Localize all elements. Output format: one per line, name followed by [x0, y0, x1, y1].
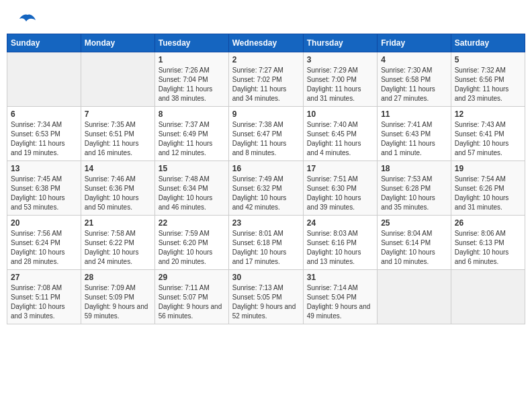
day-number: 14 [85, 164, 151, 173]
calendar-week-3: 20Sunrise: 7:56 AMSunset: 6:24 PMDayligh… [7, 216, 525, 270]
day-number: 2 [232, 55, 300, 64]
calendar-cell: 16Sunrise: 7:49 AMSunset: 6:32 PMDayligh… [228, 161, 303, 216]
day-number: 9 [232, 109, 300, 119]
day-number: 25 [381, 218, 447, 228]
cell-info: Sunrise: 8:03 AMSunset: 6:16 PMDaylight:… [307, 229, 373, 267]
day-number: 18 [381, 164, 447, 173]
day-number: 23 [232, 218, 300, 228]
cell-info: Sunrise: 7:13 AMSunset: 5:05 PMDaylight:… [232, 283, 300, 321]
cell-info: Sunrise: 8:01 AMSunset: 6:18 PMDaylight:… [232, 229, 300, 267]
calendar-cell: 1Sunrise: 7:26 AMSunset: 7:04 PMDaylight… [154, 52, 228, 107]
day-number: 19 [455, 164, 521, 173]
weekday-header-sunday: Sunday [7, 34, 81, 52]
calendar-week-1: 6Sunrise: 7:34 AMSunset: 6:53 PMDaylight… [7, 107, 525, 161]
calendar-cell: 7Sunrise: 7:35 AMSunset: 6:51 PMDaylight… [81, 107, 154, 161]
day-number: 26 [455, 218, 521, 228]
cell-info: Sunrise: 7:43 AMSunset: 6:41 PMDaylight:… [455, 120, 521, 158]
day-number: 7 [85, 109, 151, 119]
day-number: 17 [307, 164, 373, 173]
calendar-cell: 27Sunrise: 7:08 AMSunset: 5:11 PMDayligh… [7, 270, 81, 324]
page-header [7, 7, 525, 30]
weekday-header-thursday: Thursday [303, 34, 377, 52]
day-number: 21 [85, 218, 151, 228]
calendar-cell: 19Sunrise: 7:54 AMSunset: 6:26 PMDayligh… [451, 161, 525, 216]
calendar-header: SundayMondayTuesdayWednesdayThursdayFrid… [7, 34, 525, 52]
day-number: 27 [11, 273, 77, 282]
calendar-cell: 31Sunrise: 7:14 AMSunset: 5:04 PMDayligh… [303, 270, 377, 324]
calendar-cell: 17Sunrise: 7:51 AMSunset: 6:30 PMDayligh… [303, 161, 377, 216]
day-number: 24 [307, 218, 373, 228]
calendar-cell: 9Sunrise: 7:38 AMSunset: 6:47 PMDaylight… [228, 107, 303, 161]
cell-info: Sunrise: 7:32 AMSunset: 6:56 PMDaylight:… [455, 66, 521, 103]
cell-info: Sunrise: 7:53 AMSunset: 6:28 PMDaylight:… [381, 175, 447, 212]
cell-info: Sunrise: 7:56 AMSunset: 6:24 PMDaylight:… [11, 229, 77, 267]
cell-info: Sunrise: 8:06 AMSunset: 6:13 PMDaylight:… [455, 229, 521, 267]
day-number: 8 [159, 109, 225, 119]
cell-info: Sunrise: 7:34 AMSunset: 6:53 PMDaylight:… [11, 120, 77, 158]
day-number: 13 [11, 164, 77, 173]
cell-info: Sunrise: 7:29 AMSunset: 7:00 PMDaylight:… [307, 66, 373, 103]
weekday-header-monday: Monday [81, 34, 154, 52]
cell-info: Sunrise: 7:45 AMSunset: 6:38 PMDaylight:… [11, 175, 77, 212]
calendar-cell: 11Sunrise: 7:41 AMSunset: 6:43 PMDayligh… [378, 107, 451, 161]
cell-info: Sunrise: 7:30 AMSunset: 6:58 PMDaylight:… [381, 66, 447, 103]
calendar-cell: 24Sunrise: 8:03 AMSunset: 6:16 PMDayligh… [303, 216, 377, 270]
day-number: 3 [307, 55, 373, 64]
cell-info: Sunrise: 7:27 AMSunset: 7:02 PMDaylight:… [232, 66, 300, 103]
cell-info: Sunrise: 7:14 AMSunset: 5:04 PMDaylight:… [307, 283, 373, 321]
day-number: 6 [11, 109, 77, 119]
logo [17, 13, 37, 27]
weekday-header-friday: Friday [378, 34, 451, 52]
weekday-header-saturday: Saturday [451, 34, 525, 52]
cell-info: Sunrise: 7:48 AMSunset: 6:34 PMDaylight:… [159, 175, 225, 212]
cell-info: Sunrise: 7:40 AMSunset: 6:45 PMDaylight:… [307, 120, 373, 158]
weekday-header-tuesday: Tuesday [154, 34, 228, 52]
day-number: 20 [11, 218, 77, 228]
cell-info: Sunrise: 7:38 AMSunset: 6:47 PMDaylight:… [232, 120, 300, 158]
cell-info: Sunrise: 7:58 AMSunset: 6:22 PMDaylight:… [85, 229, 151, 267]
cell-info: Sunrise: 7:37 AMSunset: 6:49 PMDaylight:… [159, 120, 225, 158]
calendar-cell: 18Sunrise: 7:53 AMSunset: 6:28 PMDayligh… [378, 161, 451, 216]
cell-info: Sunrise: 7:59 AMSunset: 6:20 PMDaylight:… [159, 229, 225, 267]
calendar-cell: 21Sunrise: 7:58 AMSunset: 6:22 PMDayligh… [81, 216, 154, 270]
cell-info: Sunrise: 8:04 AMSunset: 6:14 PMDaylight:… [381, 229, 447, 267]
calendar-cell [378, 270, 451, 324]
day-number: 22 [159, 218, 225, 228]
cell-info: Sunrise: 7:26 AMSunset: 7:04 PMDaylight:… [159, 66, 225, 103]
calendar-cell [451, 270, 525, 324]
cell-info: Sunrise: 7:11 AMSunset: 5:07 PMDaylight:… [159, 283, 225, 321]
cell-info: Sunrise: 7:46 AMSunset: 6:36 PMDaylight:… [85, 175, 151, 212]
calendar-cell: 5Sunrise: 7:32 AMSunset: 6:56 PMDaylight… [451, 52, 525, 107]
day-number: 1 [159, 55, 225, 64]
calendar-cell: 23Sunrise: 8:01 AMSunset: 6:18 PMDayligh… [228, 216, 303, 270]
day-number: 12 [455, 109, 521, 119]
day-number: 15 [159, 164, 225, 173]
calendar-cell: 8Sunrise: 7:37 AMSunset: 6:49 PMDaylight… [154, 107, 228, 161]
calendar-cell: 12Sunrise: 7:43 AMSunset: 6:41 PMDayligh… [451, 107, 525, 161]
cell-info: Sunrise: 7:35 AMSunset: 6:51 PMDaylight:… [85, 120, 151, 158]
logo-bird-icon [19, 13, 36, 27]
calendar-cell: 26Sunrise: 8:06 AMSunset: 6:13 PMDayligh… [451, 216, 525, 270]
cell-info: Sunrise: 7:09 AMSunset: 5:09 PMDaylight:… [85, 283, 151, 321]
calendar-table: SundayMondayTuesdayWednesdayThursdayFrid… [7, 34, 525, 324]
calendar-week-2: 13Sunrise: 7:45 AMSunset: 6:38 PMDayligh… [7, 161, 525, 216]
day-number: 30 [232, 273, 300, 282]
calendar-cell: 20Sunrise: 7:56 AMSunset: 6:24 PMDayligh… [7, 216, 81, 270]
weekday-header-wednesday: Wednesday [228, 34, 303, 52]
calendar-cell: 30Sunrise: 7:13 AMSunset: 5:05 PMDayligh… [228, 270, 303, 324]
day-number: 11 [381, 109, 447, 119]
calendar-week-4: 27Sunrise: 7:08 AMSunset: 5:11 PMDayligh… [7, 270, 525, 324]
day-number: 29 [159, 273, 225, 282]
calendar-cell: 2Sunrise: 7:27 AMSunset: 7:02 PMDaylight… [228, 52, 303, 107]
calendar-cell: 13Sunrise: 7:45 AMSunset: 6:38 PMDayligh… [7, 161, 81, 216]
cell-info: Sunrise: 7:41 AMSunset: 6:43 PMDaylight:… [381, 120, 447, 158]
day-number: 10 [307, 109, 373, 119]
calendar-cell [81, 52, 154, 107]
calendar-cell: 14Sunrise: 7:46 AMSunset: 6:36 PMDayligh… [81, 161, 154, 216]
cell-info: Sunrise: 7:08 AMSunset: 5:11 PMDaylight:… [11, 283, 77, 321]
calendar-cell: 28Sunrise: 7:09 AMSunset: 5:09 PMDayligh… [81, 270, 154, 324]
calendar-cell: 22Sunrise: 7:59 AMSunset: 6:20 PMDayligh… [154, 216, 228, 270]
calendar-cell [7, 52, 81, 107]
calendar-cell: 4Sunrise: 7:30 AMSunset: 6:58 PMDaylight… [378, 52, 451, 107]
cell-info: Sunrise: 7:49 AMSunset: 6:32 PMDaylight:… [232, 175, 300, 212]
